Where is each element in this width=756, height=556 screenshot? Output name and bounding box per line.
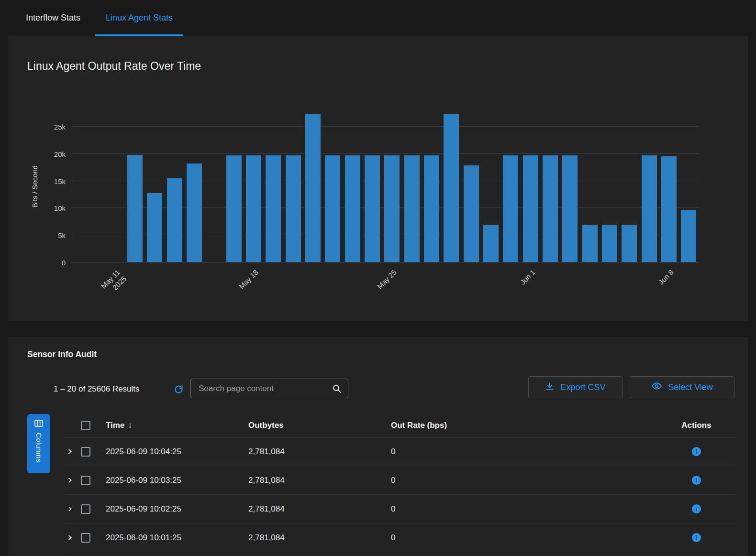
search-box: [190, 379, 348, 398]
column-header-time[interactable]: Time↓: [106, 421, 248, 430]
chart-bar-may-14[interactable]: [167, 178, 182, 262]
chevron-right-icon: [66, 478, 72, 482]
tab-label: Linux Agent Stats: [106, 13, 173, 23]
chart-bar-may-15[interactable]: [187, 164, 202, 262]
info-icon[interactable]: i: [692, 476, 701, 485]
columns-button-label: Columns: [35, 433, 43, 463]
chevron-right-icon: [66, 449, 72, 454]
chart-bar-may-23[interactable]: [345, 155, 360, 262]
table-row: 2025-06-09 10:03:252,781,0840i: [65, 466, 736, 495]
cell-actions: i: [657, 476, 736, 485]
select-all-checkbox[interactable]: [81, 421, 106, 430]
x-tick-label: Jun 1: [480, 268, 537, 325]
export-csv-button[interactable]: Export CSV: [528, 376, 623, 398]
cell-time: 2025-06-09 10:04:25: [106, 447, 248, 457]
chart-bar-may-27[interactable]: [424, 155, 439, 262]
cell-outbytes: 2,781,084: [248, 533, 391, 543]
column-header-actions: Actions: [657, 421, 736, 430]
row-checkbox[interactable]: [81, 533, 106, 543]
tab-linux-agent-stats[interactable]: Linux Agent Stats: [95, 0, 183, 36]
select-view-button[interactable]: Select View: [630, 376, 734, 398]
gridline-25k: [72, 126, 699, 127]
download-icon: [545, 382, 555, 393]
x-axis: May 11 2025May 18May 25Jun 1Jun 8: [72, 262, 699, 317]
chart-bar-may-19[interactable]: [266, 155, 281, 262]
chart-bar-may-17[interactable]: [226, 155, 242, 262]
chart-bar-jun-8[interactable]: [661, 156, 677, 262]
search-icon[interactable]: [332, 384, 348, 393]
row-checkbox[interactable]: [81, 476, 106, 485]
refresh-icon: [174, 389, 184, 396]
table-row: 2025-06-09 10:02:252,781,0840i: [65, 495, 736, 523]
info-icon[interactable]: i: [692, 533, 701, 542]
cell-outbytes: 2,781,084: [248, 447, 391, 457]
x-tick-label: May 25: [341, 268, 399, 325]
columns-button[interactable]: Columns: [27, 414, 50, 473]
chart-bar-jun-4[interactable]: [582, 225, 598, 262]
chart-bar-may-28[interactable]: [444, 114, 459, 262]
chart-bar-may-22[interactable]: [325, 155, 340, 262]
cell-out-rate: 0: [391, 476, 657, 485]
gridline-0: [72, 262, 699, 262]
row-checkbox[interactable]: [81, 504, 106, 514]
chart-bar-may-25[interactable]: [384, 155, 400, 262]
y-tick-label: 25k: [54, 123, 66, 131]
cell-out-rate: 0: [391, 447, 657, 457]
y-tick-label: 0: [62, 259, 66, 267]
cell-time: 2025-06-09 10:02:25: [106, 504, 248, 514]
results-count: 1 – 20 of 25606 Results: [54, 384, 140, 394]
chart-bar-may-24[interactable]: [365, 155, 380, 262]
info-icon[interactable]: i: [692, 447, 701, 456]
chart-bar-jun-2[interactable]: [543, 155, 558, 262]
chevron-right-icon: [66, 535, 72, 540]
cell-actions: i: [657, 504, 736, 513]
table-body: 2025-06-09 10:04:252,781,0840i2025-06-09…: [65, 437, 736, 552]
chart-bar-jun-3[interactable]: [562, 155, 578, 262]
chart-bar-jun-9[interactable]: [681, 210, 696, 262]
column-header-outbytes[interactable]: Outbytes: [248, 421, 391, 430]
checkbox-box: [81, 447, 90, 457]
cell-outbytes: 2,781,084: [248, 504, 391, 514]
cell-out-rate: 0: [391, 504, 657, 514]
y-tick-label: 5k: [58, 231, 66, 240]
search-input[interactable]: [191, 384, 332, 393]
chart-bar-jun-6[interactable]: [622, 225, 637, 262]
column-header-label: Time: [106, 421, 124, 430]
checkbox-box: [81, 476, 90, 485]
audit-table: Time↓ Outbytes Out Rate (bps) Actions 20…: [65, 414, 736, 552]
chart-bar-jun-5[interactable]: [602, 225, 617, 262]
chart-bar-may-20[interactable]: [286, 155, 301, 262]
table-row: 2025-06-09 10:04:252,781,0840i: [65, 437, 736, 466]
sort-desc-arrow-icon: ↓: [128, 421, 132, 430]
x-tick-label: Jun 8: [618, 268, 676, 325]
expand-row-button[interactable]: [65, 478, 81, 482]
table-header-row: Time↓ Outbytes Out Rate (bps) Actions: [65, 414, 736, 437]
column-header-out-rate[interactable]: Out Rate (bps): [391, 421, 657, 430]
refresh-button[interactable]: [173, 384, 184, 396]
cell-time: 2025-06-09 10:01:25: [106, 533, 248, 543]
chart-bar-jun-1[interactable]: [523, 155, 538, 262]
chart-bar-may-30[interactable]: [483, 225, 499, 262]
y-tick-label: 20k: [54, 150, 66, 158]
chart-bar-may-29[interactable]: [464, 165, 479, 262]
chart-bar-may-21[interactable]: [305, 114, 321, 262]
expand-row-button[interactable]: [65, 449, 81, 454]
table-row: 2025-06-09 10:01:252,781,0840i: [65, 523, 736, 552]
chart-bar-may-26[interactable]: [404, 155, 420, 262]
tab-label: Interflow Stats: [26, 13, 80, 23]
chart-title: Linux Agent Output Rate Over Time: [27, 60, 201, 73]
chart-bar-may-12[interactable]: [127, 155, 143, 262]
chart-panel: Linux Agent Output Rate Over Time Bits /…: [8, 36, 748, 321]
checkbox-box: [81, 421, 90, 430]
expand-row-button[interactable]: [65, 535, 81, 540]
row-checkbox[interactable]: [81, 447, 106, 457]
expand-row-button[interactable]: [65, 507, 81, 511]
chart-bar-may-13[interactable]: [147, 193, 162, 262]
sensor-info-audit-panel: Sensor Info Audit 1 – 20 of 25606 Result…: [8, 337, 748, 556]
chart-bar-jun-7[interactable]: [642, 155, 657, 262]
chart-bar-may-18[interactable]: [246, 155, 261, 262]
chart-bar-may-31[interactable]: [503, 155, 518, 262]
info-icon[interactable]: i: [692, 504, 701, 513]
tab-interflow-stats[interactable]: Interflow Stats: [15, 0, 91, 36]
cell-actions: i: [657, 447, 736, 456]
